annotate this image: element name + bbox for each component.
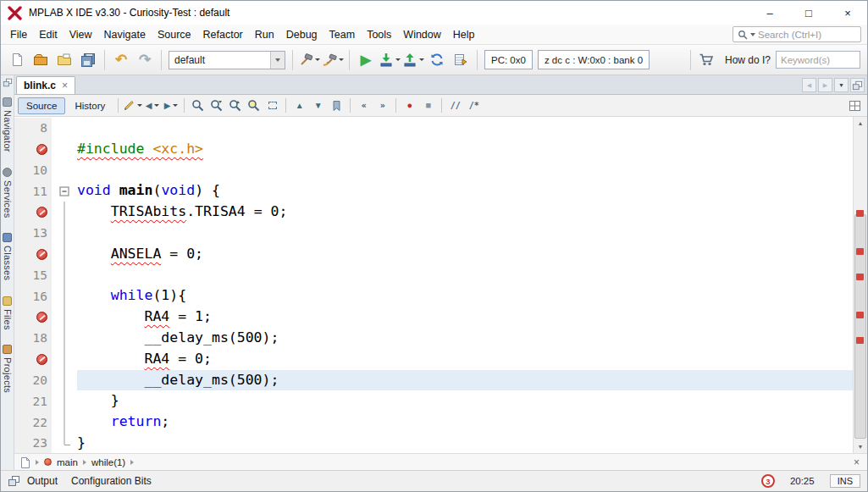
error-stripe-mark[interactable] [856,312,864,318]
tab-blink-c[interactable]: blink.c × [16,76,75,94]
search-input[interactable] [758,30,856,40]
gutter-line-11[interactable]: 11 [14,180,52,202]
shift-line-left-button[interactable]: « [355,97,373,114]
code-text[interactable] [77,265,853,286]
code-text[interactable]: } [77,390,853,412]
code-line-21[interactable]: 21 } [14,390,853,412]
scroll-up-button[interactable]: ▲ [854,117,867,130]
make-and-program-device-button[interactable] [379,48,401,72]
gutter-line-14[interactable] [14,244,52,265]
code-line-19[interactable]: RA4 = 0; [14,349,853,370]
dock-tab-navigator[interactable]: Navigator [3,97,13,152]
undo-button[interactable]: ↶ [110,48,132,72]
menu-item-source[interactable]: Source [152,26,197,43]
toggle-highlight-search-button[interactable] [245,97,263,114]
error-stripe-mark[interactable] [856,274,864,280]
menu-item-file[interactable]: File [4,26,33,43]
code-line-23[interactable]: 23} [14,433,853,453]
keyword-input[interactable] [776,51,860,69]
cart-button[interactable] [696,48,718,72]
scrollbar-track[interactable] [854,130,867,440]
open-project-button[interactable] [30,48,52,72]
start-macro-recording-button[interactable]: ● [401,97,418,114]
code-line-11[interactable]: 11void main(void) { [14,180,853,202]
stop-macro-recording-button[interactable]: ■ [419,97,437,114]
clean-and-build-button[interactable] [322,48,344,72]
code-line-8[interactable]: 8 [14,118,853,139]
gutter-line-9[interactable] [14,139,52,160]
new-file-button[interactable] [6,48,28,72]
find-previous-occurrence-button[interactable] [226,97,244,114]
code-line-13[interactable]: 13 [14,223,853,244]
gutter-line-19[interactable] [14,349,52,370]
tab-close-icon[interactable]: × [62,80,68,91]
breadcrumb-item-main[interactable]: main [57,457,78,467]
gutter-line-18[interactable]: 18 [14,328,52,349]
code-line-18[interactable]: 18 __delay_ms(500); [14,328,853,349]
menu-item-navigate[interactable]: Navigate [98,26,152,43]
code-text[interactable] [77,160,853,181]
maximize-button[interactable]: □ [789,1,828,25]
code-text[interactable]: RA4 = 0; [77,349,853,370]
code-line-17[interactable]: RA4 = 1; [14,307,853,328]
quick-search-box[interactable] [733,26,861,42]
code-editor[interactable]: 8#include <xc.h>1011void main(void) { TR… [14,117,867,453]
code-fold-toggle[interactable] [52,180,77,202]
scroll-down-button[interactable]: ▼ [854,440,867,453]
code-text[interactable]: } [77,433,853,453]
back-button[interactable]: ◀ [143,97,161,114]
gutter-line-15[interactable]: 15 [14,265,52,286]
gutter-line-23[interactable]: 23 [14,433,52,453]
debug-registers-button[interactable] [450,48,472,72]
save-all-button[interactable] [77,48,99,72]
dock-tab-projects[interactable]: Projects [3,345,13,393]
dock-tab-classes[interactable]: Classes [3,233,13,280]
menu-item-tools[interactable]: Tools [361,26,397,43]
source-view-button[interactable]: Source [18,97,65,114]
redo-button[interactable]: ↷ [134,48,156,72]
gutter-line-20[interactable]: 20 [14,370,52,391]
code-line-9[interactable]: #include <xc.h> [14,139,853,160]
status-tab-configuration-bits[interactable]: Configuration Bits [71,475,152,487]
gutter-line-17[interactable] [14,307,52,328]
configuration-select[interactable]: default [169,51,285,69]
menu-item-help[interactable]: Help [447,26,481,43]
code-text[interactable]: RA4 = 1; [77,307,853,328]
maximize-editor-button[interactable] [850,78,865,92]
menu-item-run[interactable]: Run [249,26,280,43]
close-button[interactable]: × [828,1,867,25]
status-tab-output[interactable]: Output [27,475,58,487]
code-text[interactable]: __delay_ms(500); [77,370,853,391]
build-project-button[interactable] [298,48,320,72]
menu-item-refactor[interactable]: Refactor [197,26,249,43]
code-text[interactable]: return; [77,412,853,433]
previous-bookmark-button[interactable]: ▲ [290,97,308,114]
error-stripe-mark[interactable] [856,248,864,255]
menu-item-team[interactable]: Team [323,26,362,43]
open-file-button[interactable] [53,48,75,72]
code-line-22[interactable]: 22 return; [14,412,853,433]
run-project-button[interactable]: ▶ [355,48,377,72]
breadcrumb-item-while1[interactable]: while(1) [91,457,125,467]
dock-tab-files[interactable]: Files [3,296,13,330]
gutter-line-13[interactable]: 13 [14,223,52,244]
code-line-15[interactable]: 15 [14,265,853,286]
code-text[interactable]: while(1){ [77,285,853,307]
code-text[interactable] [77,223,853,244]
code-text[interactable]: __delay_ms(500); [77,328,853,349]
code-line-16[interactable]: 16 while(1){ [14,285,853,307]
comment-button[interactable]: // [446,97,464,114]
shift-line-right-button[interactable]: » [373,97,391,114]
menu-item-view[interactable]: View [64,26,98,43]
code-line-20[interactable]: 20 __delay_ms(500); [14,370,853,391]
gutter-line-10[interactable]: 10 [14,160,52,181]
tab-list-dropdown-button[interactable]: ▼ [834,78,849,92]
gutter-line-21[interactable]: 21 [14,390,52,412]
chevron-down-icon[interactable] [270,52,285,69]
code-line-12[interactable]: TRISAbits.TRISA4 = 0; [14,202,853,223]
menu-item-window[interactable]: Window [397,26,446,43]
gutter-line-22[interactable]: 22 [14,412,52,433]
notifications-badge[interactable]: 3 [761,474,775,488]
read-device-memory-button[interactable] [402,48,424,72]
scroll-tabs-right-button[interactable]: ▶ [818,78,832,92]
